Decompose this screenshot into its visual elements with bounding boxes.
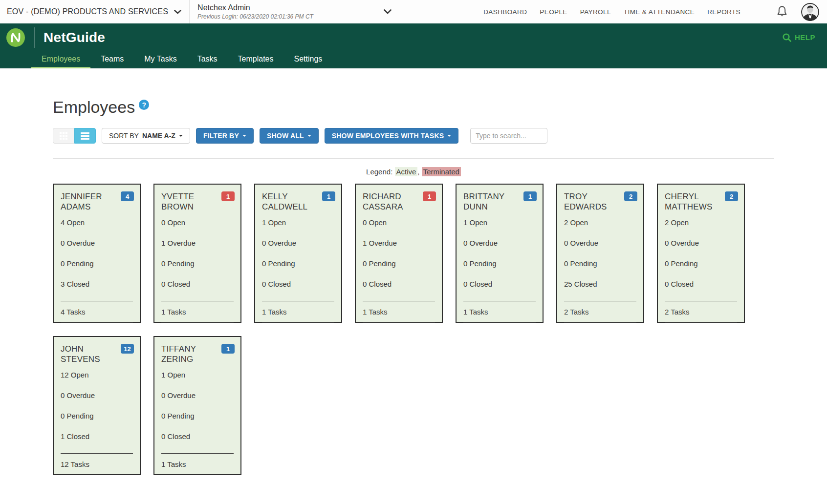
app-header: NetGuide HELP EmployeesTeamsMy TasksTask…	[0, 23, 827, 68]
user-menu[interactable]: Netchex Admin Previous Login: 06/23/2020…	[197, 3, 392, 20]
stat-closed: 0 Closed	[161, 433, 235, 440]
stat-tasks: 1 Tasks	[463, 308, 537, 315]
sort-by-button[interactable]: SORT BY NAME A-Z	[102, 128, 190, 144]
app-header-top: NetGuide HELP	[0, 23, 827, 51]
employee-name: JOHN STEVENS	[61, 344, 115, 364]
card-divider	[61, 453, 133, 454]
employee-card[interactable]: TROY EDWARDS 2 2 Open 0 Overdue 0 Pendin…	[556, 184, 644, 323]
tab-templates[interactable]: Templates	[228, 51, 284, 68]
card-divider	[61, 475, 133, 475]
task-count-badge: 2	[624, 191, 637, 201]
card-divider	[463, 322, 536, 323]
card-stats: 1 Open 0 Overdue 0 Pending 0 Closed	[463, 219, 537, 288]
employee-card[interactable]: RICHARD CASSARA 1 0 Open 1 Overdue 0 Pen…	[355, 184, 443, 323]
card-header: RICHARD CASSARA 1	[363, 191, 436, 212]
stat-pending: 0 Pending	[161, 412, 235, 420]
search-icon	[782, 33, 792, 42]
filter-by-label: FILTER BY	[203, 132, 239, 140]
tab-teams[interactable]: Teams	[90, 51, 134, 68]
employee-card[interactable]: TIFFANY ZERING 1 1 Open 0 Overdue 0 Pend…	[153, 336, 241, 475]
nav-item-dashboard[interactable]: DASHBOARD	[483, 8, 527, 16]
show-employees-with-tasks-label: SHOW EMPLOYEES WITH TASKS	[332, 132, 444, 140]
task-count-badge: 2	[725, 191, 738, 201]
card-divider	[564, 322, 636, 323]
card-header: TROY EDWARDS 2	[564, 191, 637, 212]
help-label: HELP	[795, 33, 815, 42]
top-nav: DASHBOARDPEOPLEPAYROLLTIME & ATTENDANCER…	[483, 3, 819, 21]
employee-name: TIFFANY ZERING	[161, 344, 216, 364]
stat-closed: 0 Closed	[161, 280, 235, 288]
user-avatar[interactable]	[801, 3, 819, 21]
tab-employees[interactable]: Employees	[31, 51, 90, 68]
employee-card[interactable]: JENNIFER ADAMS 4 4 Open 0 Overdue 0 Pend…	[53, 184, 141, 323]
company-selector[interactable]: EOV - (DEMO) PRODUCTS AND SERVICES	[7, 7, 181, 16]
card-header: KELLY CALDWELL 1	[262, 191, 335, 212]
employee-card[interactable]: JOHN STEVENS 12 12 Open 0 Overdue 0 Pend…	[53, 336, 141, 475]
caret-down-icon	[179, 135, 183, 137]
caret-down-icon	[307, 135, 311, 137]
grid-view-button[interactable]	[53, 128, 74, 144]
employee-name: KELLY CALDWELL	[262, 191, 317, 212]
card-divider	[363, 322, 435, 323]
stat-tasks: 12 Tasks	[61, 461, 134, 468]
header-divider	[34, 27, 35, 48]
tab-tasks[interactable]: Tasks	[187, 51, 228, 68]
sort-by-prefix: SORT BY	[109, 132, 139, 140]
caret-down-icon	[242, 135, 246, 137]
show-all-button[interactable]: SHOW ALL	[260, 128, 319, 144]
card-stats: 0 Open 1 Overdue 0 Pending 0 Closed	[363, 219, 436, 288]
nav-item-payroll[interactable]: PAYROLL	[580, 8, 611, 16]
stat-pending: 0 Pending	[363, 260, 436, 267]
employee-name: JENNIFER ADAMS	[61, 191, 115, 212]
stat-open: 1 Open	[463, 219, 537, 226]
search-input[interactable]	[470, 128, 547, 144]
tab-settings[interactable]: Settings	[284, 51, 333, 68]
stat-open: 1 Open	[262, 219, 335, 226]
card-stats: 0 Open 1 Overdue 0 Pending 0 Closed	[161, 219, 235, 288]
stat-tasks: 1 Tasks	[161, 308, 235, 315]
title-row: Employees ?	[53, 98, 774, 116]
show-employees-with-tasks-button[interactable]: SHOW EMPLOYEES WITH TASKS	[325, 128, 459, 144]
nav-item-time-attendance[interactable]: TIME & ATTENDANCE	[624, 8, 695, 16]
chevron-down-icon	[384, 9, 392, 14]
stat-open: 0 Open	[161, 219, 235, 226]
card-divider	[564, 301, 636, 301]
employee-card[interactable]: BRITTANY DUNN 1 1 Open 0 Overdue 0 Pendi…	[456, 184, 544, 323]
stat-overdue: 1 Overdue	[161, 239, 235, 247]
main-content: Employees ? SORT BY NAME A-Z FILTER BY	[0, 98, 827, 475]
app-title: NetGuide	[44, 30, 105, 45]
employee-name: RICHARD CASSARA	[363, 191, 417, 212]
task-count-badge: 1	[221, 344, 235, 354]
company-selector-label: EOV - (DEMO) PRODUCTS AND SERVICES	[7, 7, 168, 16]
stat-closed: 0 Closed	[262, 280, 335, 288]
card-divider	[262, 301, 334, 301]
help-question-icon[interactable]: ?	[139, 100, 149, 110]
previous-login: Previous Login: 06/23/2020 02:01:36 PM C…	[197, 13, 313, 20]
stat-open: 4 Open	[61, 219, 134, 226]
card-header: BRITTANY DUNN 1	[463, 191, 537, 212]
employee-card[interactable]: KELLY CALDWELL 1 1 Open 0 Overdue 0 Pend…	[254, 184, 342, 323]
employee-name: TROY EDWARDS	[564, 191, 619, 212]
card-divider	[161, 453, 234, 454]
list-view-button[interactable]	[74, 128, 96, 144]
stat-open: 2 Open	[665, 219, 738, 226]
stat-tasks: 1 Tasks	[363, 308, 436, 315]
tab-my-tasks[interactable]: My Tasks	[134, 51, 187, 68]
page-title: Employees	[53, 98, 135, 116]
card-header: JENNIFER ADAMS 4	[61, 191, 134, 212]
employee-card[interactable]: CHERYL MATTHEWS 2 2 Open 0 Overdue 0 Pen…	[657, 184, 745, 323]
card-divider	[61, 301, 133, 301]
employee-card[interactable]: YVETTE BROWN 1 0 Open 1 Overdue 0 Pendin…	[153, 184, 241, 323]
show-all-label: SHOW ALL	[267, 132, 304, 140]
nav-item-people[interactable]: PEOPLE	[540, 8, 567, 16]
card-divider	[161, 322, 234, 323]
card-divider	[61, 322, 133, 323]
help-link[interactable]: HELP	[782, 33, 815, 42]
nav-item-reports[interactable]: REPORTS	[707, 8, 740, 16]
card-divider	[463, 301, 536, 301]
filter-by-button[interactable]: FILTER BY	[196, 128, 254, 144]
notifications-bell-icon[interactable]	[776, 5, 788, 19]
card-header: YVETTE BROWN 1	[161, 191, 235, 212]
top-utility-bar: EOV - (DEMO) PRODUCTS AND SERVICES Netch…	[0, 0, 827, 23]
stat-pending: 0 Pending	[463, 260, 537, 267]
